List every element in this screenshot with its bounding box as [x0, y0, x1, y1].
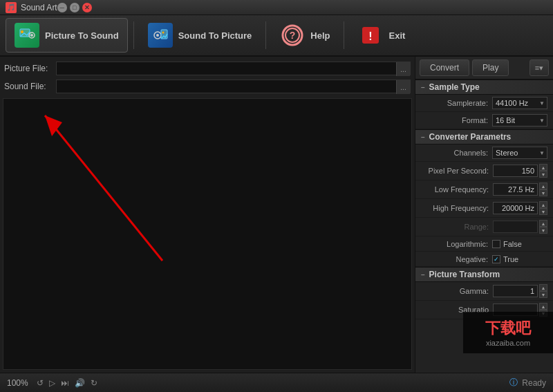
watermark-sub: xiazaiba.com — [486, 339, 530, 347]
statusbar: 100% ↺ ▷ ⏭ 🔊 ↻ ⓘ Ready — [0, 373, 553, 392]
picture-file-label: Picture File: — [4, 64, 56, 73]
exit-svg: ! — [359, 24, 382, 46]
pic-to-sound-svg — [19, 27, 35, 44]
low-freq-up[interactable]: ▲ — [539, 183, 547, 189]
gamma-up[interactable]: ▲ — [539, 284, 547, 291]
pps-input[interactable]: 150 — [493, 165, 538, 177]
format-select[interactable]: 16 Bit 8 Bit 32 Bit — [492, 114, 547, 127]
pps-up[interactable]: ▲ — [539, 164, 547, 171]
logarithmic-checkbox[interactable] — [492, 240, 500, 248]
format-label: Format: — [421, 116, 492, 124]
gamma-down[interactable]: ▼ — [539, 291, 547, 298]
high-freq-up[interactable]: ▲ — [539, 201, 547, 208]
negative-row: Negative: ✓ True — [415, 252, 553, 267]
toolbar-divider-2 — [265, 21, 266, 49]
status-ready: ⓘ Ready — [509, 377, 546, 389]
volume-icon[interactable]: 🔊 — [75, 378, 85, 388]
picture-transform-header: – Picture Transform — [415, 267, 553, 282]
play-button[interactable]: Play — [472, 59, 509, 76]
channels-container: Stereo Mono — [492, 147, 547, 159]
low-freq-down[interactable]: ▼ — [539, 189, 547, 196]
picture-transform-title: Picture Transform — [429, 270, 500, 279]
picture-transform-collapse[interactable]: – — [421, 271, 425, 279]
minimize-button[interactable]: ─ — [57, 3, 67, 12]
exit-label: Exit — [388, 30, 405, 41]
left-panel: Picture File: ... Sound File: ... — [0, 57, 415, 373]
converter-params-header: – Converter Parametrs — [415, 129, 553, 144]
sample-type-title: Sample Type — [429, 82, 480, 92]
convert-button[interactable]: Convert — [420, 59, 469, 76]
sound-to-pic-svg — [152, 27, 169, 44]
settings-button[interactable]: ≡▾ — [529, 59, 549, 76]
sample-type-collapse[interactable]: – — [421, 84, 425, 91]
gamma-container: ▲ ▼ — [493, 284, 547, 298]
skip-icon[interactable]: ⏭ — [61, 378, 69, 388]
toolbar-divider-1 — [133, 21, 134, 49]
titlebar: 🎵 Sound Art ─ □ ✕ — [0, 0, 553, 15]
range-arrows: ▲ ▼ — [539, 220, 547, 234]
watermark: 下载吧 xiazaiba.com — [463, 312, 553, 353]
rewind-icon[interactable]: ↺ — [37, 378, 44, 388]
logarithmic-text: False — [503, 240, 522, 248]
sound-to-pic-icon — [148, 23, 173, 48]
negative-value: ✓ True — [492, 255, 547, 263]
convert-bar: Convert Play ≡▾ — [415, 57, 553, 80]
high-freq-label: High Frequency: — [421, 204, 493, 212]
converter-params-collapse[interactable]: – — [421, 133, 425, 141]
sound-to-pic-button[interactable]: Sound To Picture — [140, 19, 261, 52]
pps-down[interactable]: ▼ — [539, 171, 547, 178]
saturation-up[interactable]: ▲ — [539, 303, 547, 310]
format-select-wrapper: 16 Bit 8 Bit 32 Bit — [492, 114, 547, 127]
samplerate-select-wrapper: 44100 Hz 22050 Hz 11025 Hz 48000 Hz — [492, 97, 547, 109]
negative-checkbox[interactable]: ✓ — [492, 255, 500, 263]
gamma-input[interactable] — [493, 285, 538, 297]
pps-row: Pixel Per Second: 150 ▲ ▼ — [415, 162, 553, 180]
channels-row: Channels: Stereo Mono — [415, 144, 553, 162]
range-label: Range: — [421, 223, 493, 231]
range-down[interactable]: ▼ — [539, 227, 547, 234]
svg-text:?: ? — [290, 30, 296, 41]
preview-area — [3, 98, 412, 370]
loop-icon[interactable]: ↻ — [91, 378, 97, 388]
high-freq-input[interactable] — [493, 202, 538, 214]
gamma-row: Gamma: ▲ ▼ — [415, 282, 553, 301]
low-freq-input[interactable] — [493, 183, 538, 196]
low-freq-container: ▲ ▼ — [493, 183, 547, 196]
range-up[interactable]: ▲ — [539, 220, 547, 227]
negative-label: Negative: — [421, 255, 492, 263]
picture-browse-button[interactable]: ... — [396, 62, 410, 76]
exit-button[interactable]: ! Exit — [350, 19, 413, 52]
negative-text: True — [503, 255, 518, 263]
titlebar-title: Sound Art — [21, 3, 57, 12]
pic-to-sound-button[interactable]: Picture To Sound — [6, 18, 128, 53]
close-button[interactable]: ✕ — [82, 3, 92, 12]
svg-point-7 — [162, 32, 164, 34]
play-icon[interactable]: ▷ — [49, 378, 55, 388]
high-freq-container: ▲ ▼ — [493, 201, 547, 215]
picture-file-row: Picture File: ... — [3, 59, 412, 77]
channels-select[interactable]: Stereo Mono — [492, 147, 547, 159]
format-row: Format: 16 Bit 8 Bit 32 Bit — [415, 112, 553, 129]
samplerate-select[interactable]: 44100 Hz 22050 Hz 11025 Hz 48000 Hz — [492, 97, 547, 109]
svg-point-1 — [21, 30, 24, 33]
high-freq-down[interactable]: ▼ — [539, 208, 547, 215]
gamma-label: Gamma: — [421, 287, 493, 295]
range-input[interactable] — [493, 221, 538, 233]
sample-type-header: – Sample Type — [415, 80, 553, 95]
logarithmic-value: False — [492, 240, 547, 248]
zoom-level: 100% — [7, 378, 28, 388]
sound-browse-button[interactable]: ... — [396, 80, 410, 94]
format-container: 16 Bit 8 Bit 32 Bit — [492, 114, 547, 127]
channels-label: Channels: — [421, 149, 492, 157]
sound-file-input[interactable]: ... — [56, 80, 411, 93]
exit-icon: ! — [358, 23, 383, 48]
info-icon: ⓘ — [509, 377, 518, 389]
pic-to-sound-label: Picture To Sound — [45, 30, 119, 41]
help-button[interactable]: ? Help — [272, 19, 338, 52]
pps-arrows: ▲ ▼ — [539, 164, 547, 178]
picture-file-input[interactable]: ... — [56, 62, 411, 75]
main-area: Picture File: ... Sound File: ... Conver… — [0, 57, 553, 373]
maximize-button[interactable]: □ — [70, 3, 79, 12]
help-icon: ? — [280, 23, 305, 48]
toolbar-divider-3 — [344, 21, 344, 49]
